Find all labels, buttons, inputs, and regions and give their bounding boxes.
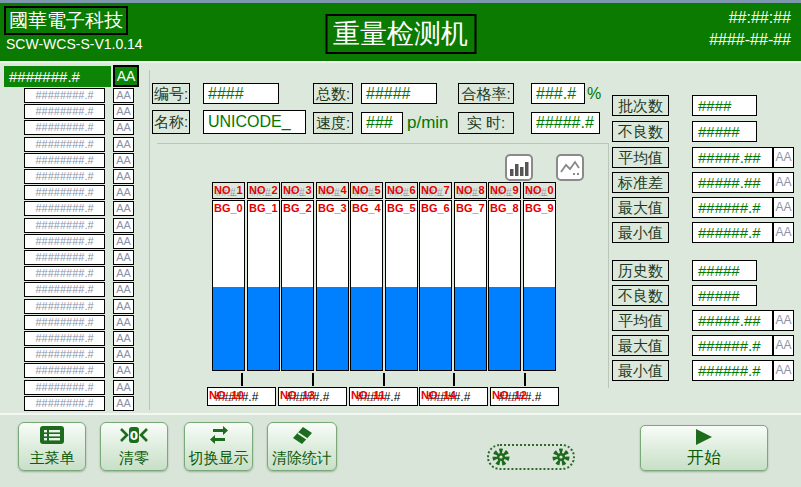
stat-label: 最大值 <box>612 335 669 356</box>
stat-value: #### <box>692 95 757 116</box>
bottom-cell-no-label: NO_14 <box>421 389 456 401</box>
weight-list-unit: AA <box>113 153 134 168</box>
weight-list-unit: AA <box>113 234 134 249</box>
column-no-label: NO_9 <box>490 184 519 196</box>
weight-list-unit: AA <box>113 120 134 135</box>
bar-bg-label: BG_8 <box>490 202 519 214</box>
weight-list-unit: AA <box>113 201 134 216</box>
chart-column-header: ##.#NO_7 <box>419 182 452 199</box>
zero-reset-icon: 0 <box>119 425 149 448</box>
column-no-label: NO_5 <box>352 184 381 196</box>
weight-list-value: ########.# <box>24 396 105 411</box>
stat-unit: AA <box>773 310 794 331</box>
name-label: 名称: <box>152 110 190 134</box>
bar-bg-label: BG_7 <box>456 202 485 214</box>
chart-column-header: ##.#NO_5 <box>350 182 383 199</box>
weight-list-unit: AA <box>113 331 134 346</box>
bar-bg-label: BG_1 <box>249 202 278 214</box>
chart-bar: BG_0 <box>212 200 245 371</box>
clock-time: ##:##:## <box>729 9 791 27</box>
stat-label: 不良数 <box>612 121 669 142</box>
switch-display-icon <box>207 425 231 448</box>
version-label: SCW-WCS-S-V1.0.14 <box>6 36 143 52</box>
weight-list-value: ########.# <box>24 331 105 346</box>
toolbar-button-main-menu[interactable]: 主菜单 <box>18 422 86 471</box>
line-chart-icon[interactable] <box>556 154 584 181</box>
stat-value: ##### <box>692 285 757 306</box>
chart-bar: BG_8 <box>488 200 521 371</box>
column-no-label: NO_0 <box>525 184 554 196</box>
column-no-label: NO_3 <box>283 184 312 196</box>
bar-bg-label: BG_0 <box>214 202 243 214</box>
chart-bar: BG_6 <box>419 200 452 371</box>
weight-list-unit: AA <box>113 104 134 119</box>
stat-label: 最小值 <box>612 222 669 243</box>
id-label: 编号: <box>152 83 190 104</box>
total-count-label: 总数: <box>313 83 353 104</box>
weight-list-unit: AA <box>113 250 134 265</box>
weight-list-value: ########.# <box>24 201 105 216</box>
stat-unit: AA <box>773 197 794 218</box>
axis-tick-mark <box>524 373 526 386</box>
current-weight-unit: AA <box>113 65 139 87</box>
stat-unit: AA <box>773 172 794 193</box>
chart-bar: BG_1 <box>247 200 280 371</box>
stat-unit: AA <box>773 147 794 168</box>
bar-bg-label: BG_4 <box>352 202 381 214</box>
chart-column-header: ##.#NO_3 <box>281 182 314 199</box>
column-no-label: NO_4 <box>318 184 347 196</box>
chart-bottom-cell: #####.#NO_11 <box>349 387 418 406</box>
stat-label: 最小值 <box>612 360 669 381</box>
menu-icon <box>39 425 65 448</box>
stat-label: 平均值 <box>612 147 669 168</box>
chart-column-header: ##.#NO_2 <box>247 182 280 199</box>
weight-list-value: ########.# <box>24 315 105 330</box>
bottom-cell-no-label: NO_11 <box>351 389 385 401</box>
stat-label: 标准差 <box>612 172 669 193</box>
current-weight-display: #######.# <box>4 66 111 87</box>
chart-bottom-cell: #####.#NO_13 <box>278 387 347 406</box>
bar-fill <box>455 287 486 370</box>
realtime-label: 实 时: <box>458 112 514 134</box>
bar-fill <box>282 287 313 370</box>
stat-label: 历史数 <box>612 260 669 281</box>
id-field[interactable]: #### <box>203 83 279 104</box>
chart-bar: BG_2 <box>281 200 314 371</box>
weight-list-value: ########.# <box>24 218 105 233</box>
weight-list-value: ########.# <box>24 363 105 378</box>
toolbar-button-label: 清除统计 <box>272 449 332 468</box>
bar-fill <box>420 287 451 370</box>
stat-label: 批次数 <box>612 95 669 116</box>
bar-chart-icon[interactable] <box>505 154 533 181</box>
toolbar-button-clear-stats[interactable]: 清除统计 <box>267 422 337 471</box>
weight-list-value: ########.# <box>24 137 105 152</box>
chart-bar: BG_4 <box>350 200 383 371</box>
toolbar-button-label: 主菜单 <box>30 449 75 468</box>
stat-value: #####.## <box>692 172 773 193</box>
bar-fill <box>317 287 348 370</box>
chart-bar: BG_3 <box>316 200 349 371</box>
axis-tick-mark <box>383 373 385 386</box>
bar-fill <box>524 287 555 370</box>
play-icon <box>693 428 715 446</box>
stat-value: ######.# <box>692 335 773 356</box>
start-button-label: 开始 <box>687 446 721 469</box>
start-button[interactable]: 开始 <box>640 425 768 471</box>
toolbar-button-switch-display[interactable]: 切换显示 <box>184 422 253 471</box>
bar-fill <box>351 287 382 370</box>
chart-bar: BG_7 <box>454 200 487 371</box>
weight-list-unit: AA <box>113 282 134 297</box>
axis-tick-mark <box>241 373 243 386</box>
bottom-cell-no-label: NO_10 <box>209 389 244 401</box>
weight-list-value: ########.# <box>24 185 105 200</box>
name-field[interactable]: UNICODE_ <box>203 110 306 134</box>
toolbar-button-clear-zero[interactable]: 0清零 <box>100 422 168 471</box>
weight-list-unit: AA <box>113 396 134 411</box>
speed-value: ### <box>361 112 403 134</box>
chart-bottom-cell: #####.#NO_14 <box>419 387 488 406</box>
weight-list-value: ########.# <box>24 250 105 265</box>
gear-icon <box>551 447 571 467</box>
weight-list-unit: AA <box>113 137 134 152</box>
axis-tick-mark <box>312 373 314 386</box>
stat-value: ##### <box>692 121 757 142</box>
